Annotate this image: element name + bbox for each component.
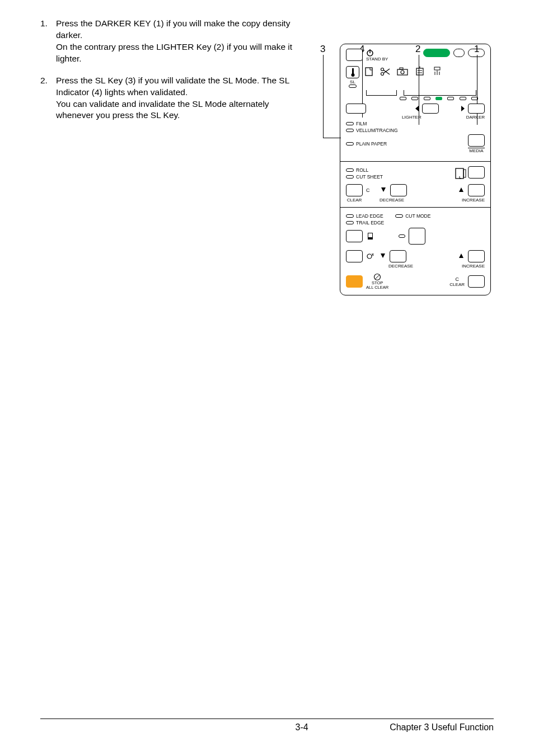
svg-text:x: x bbox=[372, 252, 374, 256]
svg-point-10 bbox=[401, 71, 404, 74]
svg-marker-24 bbox=[459, 187, 463, 192]
increase-button-2[interactable] bbox=[468, 250, 485, 262]
standby-label: STAND BY bbox=[366, 57, 388, 62]
sl-label: SL bbox=[350, 79, 355, 84]
step-text: On the contrary press the LIGHTER Key (2… bbox=[56, 42, 292, 63]
film-label: FILM bbox=[356, 121, 367, 126]
decrease-label-2: DECREASE bbox=[388, 264, 413, 269]
arrow-up-icon bbox=[458, 252, 465, 260]
page-number: 3-4 bbox=[296, 722, 308, 732]
toner-icon bbox=[431, 66, 443, 77]
plain-paper-label: PLAIN PAPER bbox=[356, 141, 387, 147]
arrow-left-icon bbox=[414, 105, 420, 112]
control-panel-diagram: 3 4 2 1 bbox=[320, 44, 494, 295]
svg-point-5 bbox=[381, 68, 384, 71]
c-label: C bbox=[366, 187, 370, 193]
svg-marker-30 bbox=[459, 253, 463, 258]
arrow-down-icon bbox=[380, 186, 387, 194]
cutmode-label: CUT MODE bbox=[405, 213, 430, 219]
sl-indicator bbox=[349, 84, 357, 88]
paper-feed-icon bbox=[453, 166, 468, 181]
clear-label: CLEAR bbox=[346, 198, 363, 203]
svg-point-3 bbox=[352, 73, 355, 77]
svg-marker-23 bbox=[381, 187, 386, 192]
step-text: Press the SL Key (3) if you will validat… bbox=[56, 76, 289, 97]
svg-line-32 bbox=[375, 275, 380, 279]
edge-button[interactable] bbox=[346, 230, 363, 242]
display-segment bbox=[404, 90, 476, 96]
decrease-label: DECREASE bbox=[380, 198, 404, 203]
trailedge-label: TRAIL EDGE bbox=[356, 220, 384, 226]
svg-rect-26 bbox=[368, 233, 372, 237]
chapter-title: Chapter 3 Useful Function bbox=[390, 722, 494, 732]
increase-label: INCREASE bbox=[462, 198, 485, 203]
svg-rect-2 bbox=[352, 68, 354, 74]
clear-button-2[interactable] bbox=[468, 275, 485, 288]
thermometer-icon bbox=[346, 67, 359, 78]
display-segment bbox=[366, 90, 397, 96]
cutmode-button[interactable] bbox=[409, 228, 425, 245]
step-text: You can validate and invalidate the SL M… bbox=[56, 99, 269, 120]
feed-button[interactable] bbox=[468, 166, 485, 179]
collate-icon bbox=[414, 66, 427, 77]
clear-button[interactable] bbox=[346, 184, 363, 196]
scissors-icon bbox=[380, 66, 392, 77]
svg-marker-29 bbox=[381, 253, 385, 258]
svg-rect-11 bbox=[400, 68, 403, 69]
status-led-green bbox=[423, 49, 450, 57]
arrow-down-icon bbox=[380, 252, 386, 260]
page-footer: 3-4 Chapter 3 Useful Function bbox=[40, 719, 494, 732]
media-label: MEDIA bbox=[468, 148, 485, 153]
svg-marker-19 bbox=[415, 106, 419, 111]
copies-icon: x bbox=[366, 252, 376, 260]
svg-line-8 bbox=[383, 69, 390, 73]
media-button[interactable] bbox=[468, 134, 485, 147]
arrow-up-icon bbox=[458, 186, 465, 194]
status-led bbox=[453, 49, 465, 57]
lighter-button[interactable] bbox=[422, 104, 439, 114]
edge-icon bbox=[366, 232, 375, 241]
roll-label: ROLL bbox=[356, 167, 368, 173]
cutsheet-label: CUT SHEET bbox=[356, 174, 383, 180]
vellum-label: VELLUM/TRACING bbox=[356, 128, 398, 133]
svg-point-27 bbox=[367, 254, 372, 259]
document-icon bbox=[364, 66, 375, 77]
allclear-label: ALL CLEAR bbox=[366, 285, 388, 290]
standby-button[interactable] bbox=[346, 49, 363, 61]
step-number: 1. bbox=[40, 18, 56, 65]
decrease-button[interactable] bbox=[390, 184, 407, 196]
clear-label-2: CLEAR bbox=[449, 282, 465, 287]
step-text: Press the DARKER KEY (1) if you will mak… bbox=[56, 18, 290, 40]
step-number: 2. bbox=[40, 75, 56, 122]
camera-icon bbox=[396, 66, 410, 77]
decrease-button-2[interactable] bbox=[390, 250, 406, 262]
stop-icon bbox=[373, 273, 382, 281]
arrow-right-icon bbox=[460, 105, 466, 112]
status-led bbox=[468, 49, 485, 57]
increase-label-2: INCREASE bbox=[462, 264, 485, 269]
leadedge-label: LEAD EDGE bbox=[356, 213, 383, 219]
svg-point-6 bbox=[381, 73, 384, 76]
svg-rect-12 bbox=[416, 68, 423, 75]
svg-marker-20 bbox=[461, 106, 465, 111]
svg-rect-4 bbox=[366, 68, 372, 76]
darker-label: DARKER bbox=[466, 115, 485, 120]
power-icon bbox=[366, 49, 374, 57]
svg-rect-15 bbox=[434, 67, 440, 70]
copies-button[interactable] bbox=[346, 250, 363, 262]
start-button[interactable] bbox=[346, 275, 363, 288]
svg-line-7 bbox=[383, 70, 390, 74]
c-label-2: C bbox=[449, 276, 465, 282]
instructions: 1. Press the DARKER KEY (1) if you will … bbox=[40, 18, 309, 295]
lighter-label: LIGHTER bbox=[402, 115, 421, 120]
darker-button[interactable] bbox=[468, 104, 485, 114]
auto-button[interactable] bbox=[346, 104, 366, 114]
sl-button[interactable] bbox=[346, 66, 359, 78]
increase-button[interactable] bbox=[468, 184, 485, 196]
pointer-3: 3 bbox=[320, 44, 325, 55]
